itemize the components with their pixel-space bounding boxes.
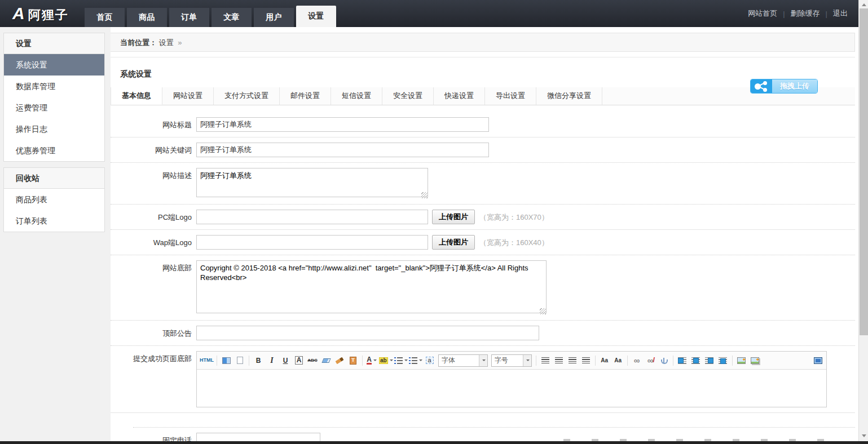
scroll-down-button[interactable] [859,432,868,441]
form-label-submit-success-footer: 提交成功页面底部 [133,351,196,364]
strikethrough-icon[interactable]: ABC [306,354,319,367]
site-description-textarea[interactable] [196,168,428,197]
link-icon[interactable]: ∞ [631,354,643,367]
pc-logo-upload-button[interactable]: 上传图片 [432,210,475,224]
italic-icon[interactable]: I [266,354,278,367]
nav-tab-products[interactable]: 商品 [127,8,167,27]
page-title: 系统设置 [111,57,855,87]
header-link-divider: | [783,10,785,18]
unlink-icon[interactable]: ∞ [644,354,656,367]
nav-tab-settings[interactable]: 设置 [296,6,336,27]
site-keywords-input[interactable] [196,143,489,157]
sidebar-item-operation-log[interactable]: 操作日志 [4,118,104,140]
wap-logo-input[interactable] [196,235,428,250]
pc-logo-size-hint: （宽高为：160X70） [479,210,549,223]
breadcrumb-prefix: 当前位置： [120,38,157,47]
lowercase-icon[interactable]: Aa [612,354,624,367]
sidebar-item-order-list[interactable]: 订单列表 [4,210,104,232]
top-notice-input[interactable] [196,326,539,340]
header-link-divider: | [826,10,827,18]
site-title-input[interactable] [196,117,489,132]
sidebar-item-coupon-manage[interactable]: 优惠券管理 [4,140,104,161]
header-link-clear-cache[interactable]: 删除缓存 [791,8,820,19]
font-size-select[interactable]: 字号 [491,354,532,367]
anchor-a-icon[interactable]: a [424,354,436,367]
content-area: 当前位置： 设置 » 系统设置 拖拽上传 基本信息网站设置支付方式设置邮件设置短… [111,27,855,444]
align-center-icon[interactable] [553,354,565,367]
img-align-center-icon[interactable] [690,354,702,367]
form-row-pc-logo: PC端Logo上传图片（宽高为：160X70） [111,205,855,230]
align-justify-icon[interactable] [580,354,592,367]
tab-export-settings[interactable]: 导出设置 [485,87,536,105]
ordered-list-icon[interactable] [394,354,408,367]
tab-security-settings[interactable]: 安全设置 [382,87,434,105]
tab-sms-settings[interactable]: 短信设置 [331,87,382,105]
scrollbar-thumb[interactable] [860,8,868,335]
tab-site-settings[interactable]: 网站设置 [162,87,214,105]
sidebar: 设置系统设置数据库管理运费管理操作日志优惠券管理回收站商品列表订单列表 [0,27,111,441]
anchor-icon[interactable] [658,354,670,367]
form-row-spacer [133,413,855,428]
editor-toolbar: HTMLBIUAABCTAaba字体字号AaAa∞∞ [197,352,826,370]
toolbar-separator [673,356,673,366]
format-a-icon[interactable]: A [293,354,305,367]
main-nav: 首页商品订单文章用户设置 [85,0,338,27]
vertical-scrollbar[interactable] [858,0,868,444]
tab-express-settings[interactable]: 快递设置 [434,87,485,105]
img-align-left-icon[interactable] [676,354,689,367]
highlight-color-icon[interactable]: ab [379,354,393,367]
pc-logo-input[interactable] [196,210,428,224]
rich-text-editor: HTMLBIUAABCTAaba字体字号AaAa∞∞ [196,351,827,407]
select-value: 字号 [495,356,508,365]
unordered-list-icon[interactable] [409,354,422,367]
bold-icon[interactable]: B [252,354,265,367]
logo-text: 阿狸子 [28,7,69,24]
sidebar-section-title: 设置 [4,33,104,54]
fullscreen-icon[interactable] [811,354,823,367]
wap-logo-upload-button[interactable]: 上传图片 [432,235,475,250]
image-icon[interactable] [735,354,748,367]
source-icon[interactable]: HTML [200,354,214,367]
drag-upload-widget[interactable]: 拖拽上传 [750,79,818,94]
form-label-wap-logo: Wap端Logo [133,235,196,248]
align-left-icon[interactable] [539,354,552,367]
preview-icon[interactable] [220,354,232,367]
toolbar-separator [249,356,249,366]
site-footer-textarea[interactable] [196,260,547,313]
breadcrumb-arrow-icon: » [178,38,182,47]
multi-image-icon[interactable] [749,354,761,367]
header-link-site-home[interactable]: 网站首页 [748,8,777,19]
settings-tabbar: 基本信息网站设置支付方式设置邮件设置短信设置安全设置快递设置导出设置微信分享设置 [111,87,855,105]
nav-tab-orders[interactable]: 订单 [169,8,209,27]
toolbar-separator [536,356,536,366]
submit-success-footer-editor-area[interactable] [197,370,826,407]
sidebar-item-shipping-manage[interactable]: 运费管理 [4,97,104,118]
underline-icon[interactable]: U [279,354,292,367]
nav-tab-users[interactable]: 用户 [254,8,294,27]
tab-payment-settings[interactable]: 支付方式设置 [214,87,280,105]
header-link-logout[interactable]: 退出 [833,8,848,19]
sidebar-item-product-list[interactable]: 商品列表 [4,189,104,210]
scroll-up-button[interactable] [859,0,868,9]
breadcrumb-current[interactable]: 设置 [159,38,174,47]
uppercase-icon[interactable]: Aa [598,354,611,367]
chevron-down-icon [523,355,531,366]
eraser-icon[interactable] [320,354,332,367]
tab-wechat-share-settings[interactable]: 微信分享设置 [536,87,602,105]
sidebar-item-database-manage[interactable]: 数据库管理 [4,76,104,97]
toolbar-separator [732,356,733,366]
tab-mail-settings[interactable]: 邮件设置 [280,87,331,105]
img-align-right-icon[interactable] [703,354,716,367]
nav-tab-home[interactable]: 首页 [85,8,125,27]
nav-tab-articles[interactable]: 文章 [212,8,252,27]
font-family-select[interactable]: 字体 [438,354,488,367]
align-right-icon[interactable] [566,354,579,367]
tab-basic-info[interactable]: 基本信息 [111,87,162,105]
img-align-block-icon[interactable] [717,354,729,367]
new-page-icon[interactable] [233,354,246,367]
sidebar-item-system-settings[interactable]: 系统设置 [4,54,104,76]
form-label-top-notice: 顶部公告 [133,326,196,339]
font-color-icon[interactable]: A [365,354,378,367]
format-brush-icon[interactable] [333,354,346,367]
paste-text-icon[interactable]: T [347,354,359,367]
